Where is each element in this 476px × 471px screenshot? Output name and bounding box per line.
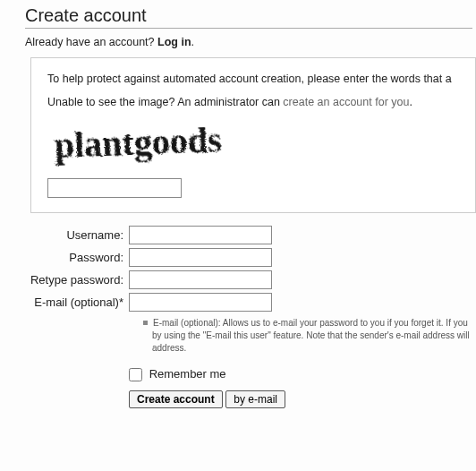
remember-me-label[interactable]: Remember me xyxy=(129,367,226,381)
remember-me-text: Remember me xyxy=(149,367,226,381)
email-input[interactable] xyxy=(129,293,272,312)
retype-password-input[interactable] xyxy=(129,270,272,289)
email-hint: E-mail (optional): Allows us to e-mail y… xyxy=(152,317,470,355)
email-label: E-mail (optional)* xyxy=(25,293,129,310)
email-hint-line-3: address. xyxy=(152,342,470,355)
page-title: Create account xyxy=(25,5,472,29)
retype-password-label: Retype password: xyxy=(25,270,129,287)
captcha-box: To help protect against automated accoun… xyxy=(30,57,476,213)
login-link[interactable]: Log in xyxy=(157,36,191,48)
captcha-instruction-2: Unable to see the image? An administrato… xyxy=(47,96,459,108)
captcha-text: plantgoods xyxy=(54,119,222,165)
by-email-button[interactable]: by e-mail xyxy=(225,390,285,408)
admin-create-link[interactable]: create an account for you xyxy=(283,96,409,108)
captcha-image: plantgoods xyxy=(47,119,459,171)
password-label: Password: xyxy=(25,248,129,265)
create-account-button[interactable]: Create account xyxy=(129,390,223,408)
username-label: Username: xyxy=(25,226,129,243)
username-input[interactable] xyxy=(129,226,272,244)
bullet-icon xyxy=(143,321,148,325)
password-input[interactable] xyxy=(129,248,272,267)
already-have-account: Already have an account? Log in. xyxy=(25,36,476,48)
email-hint-line-2: by using the "E-mail this user" feature.… xyxy=(152,330,470,342)
email-hint-line-1: E-mail (optional): Allows us to e-mail y… xyxy=(153,318,468,328)
captcha-instruction-2-prefix: Unable to see the image? An administrato… xyxy=(47,96,283,108)
captcha-input[interactable] xyxy=(47,178,182,198)
already-text: Already have an account? xyxy=(25,36,157,48)
already-suffix: . xyxy=(191,36,194,48)
remember-me-checkbox[interactable] xyxy=(129,368,142,381)
captcha-instruction-2-suffix: . xyxy=(409,96,412,108)
captcha-instruction-1: To help protect against automated accoun… xyxy=(47,73,459,85)
